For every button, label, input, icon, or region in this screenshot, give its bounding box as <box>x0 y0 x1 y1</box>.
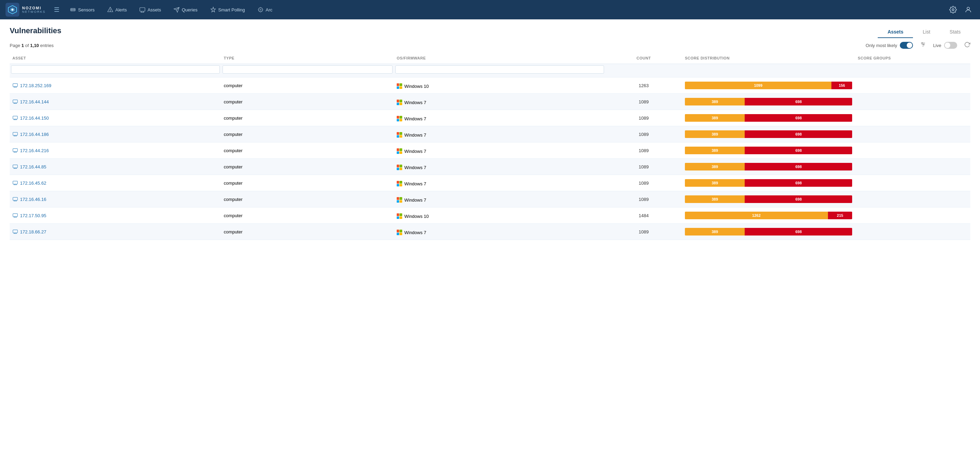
score-distribution: 389 698 <box>682 110 855 126</box>
svg-rect-66 <box>13 230 17 233</box>
asset-type: computer <box>221 94 394 110</box>
score-bar: 389 698 <box>685 179 852 187</box>
nav-sensors[interactable]: Sensors <box>65 5 100 15</box>
asset-link[interactable]: 172.18.252.169 <box>13 83 218 88</box>
score-groups <box>855 126 970 142</box>
svg-rect-42 <box>13 133 17 136</box>
svg-point-23 <box>952 9 954 11</box>
navigation: NOZOMI NETWORKS ☰ Sensors Alerts <box>0 0 980 19</box>
os-name: Windows 7 <box>404 100 426 105</box>
vuln-count: 1089 <box>605 159 682 175</box>
col-header-asset: ASSET <box>10 53 221 64</box>
queries-icon <box>173 6 180 13</box>
score-distribution: 389 698 <box>682 94 855 110</box>
score-seg-red: 698 <box>745 114 852 122</box>
nav-smart-polling[interactable]: Smart Polling <box>205 5 250 15</box>
table-row: 172.16.44.186 computer Windows 7 1089 38… <box>10 126 970 142</box>
asset-ip: 172.17.50.95 <box>20 213 46 218</box>
asset-link[interactable]: 172.17.50.95 <box>13 213 218 218</box>
asset-link[interactable]: 172.16.45.62 <box>13 180 218 186</box>
score-seg-red: 698 <box>745 179 852 187</box>
asset-link[interactable]: 172.16.44.85 <box>13 164 218 169</box>
live-toggle[interactable] <box>944 42 957 49</box>
computer-icon <box>13 229 18 235</box>
nav-alerts[interactable]: Alerts <box>102 5 132 15</box>
nav-arc[interactable]: Arc <box>253 5 277 15</box>
score-bar: 1262 215 <box>685 212 852 219</box>
os-name: Windows 7 <box>404 165 426 170</box>
total-count: 1,10 <box>30 43 39 48</box>
smart-polling-icon <box>210 6 216 13</box>
score-distribution: 389 698 <box>682 175 855 191</box>
vuln-count: 1089 <box>605 224 682 240</box>
tab-stats[interactable]: Stats <box>940 26 970 38</box>
svg-marker-16 <box>211 7 216 12</box>
asset-link[interactable]: 172.16.46.16 <box>13 196 218 202</box>
asset-type: computer <box>221 126 394 142</box>
svg-rect-10 <box>140 8 145 11</box>
live-label: Live <box>933 43 941 48</box>
os-name: Windows 7 <box>404 181 426 187</box>
vuln-count: 1089 <box>605 142 682 159</box>
svg-rect-34 <box>13 100 17 103</box>
asset-filter-input[interactable] <box>11 65 220 73</box>
vuln-count: 1089 <box>605 126 682 142</box>
table-row: 172.16.44.216 computer Windows 7 1089 38… <box>10 142 970 159</box>
asset-type: computer <box>221 110 394 126</box>
page-title: Vulnerabilities <box>10 26 62 35</box>
asset-os: Windows 7 <box>394 224 605 240</box>
page-prefix: Page <box>10 43 21 48</box>
only-most-likely-toggle[interactable] <box>900 42 913 49</box>
asset-ip: 172.16.45.62 <box>20 180 46 186</box>
user-button[interactable] <box>962 3 974 16</box>
os-name: Windows 7 <box>404 198 426 203</box>
asset-link[interactable]: 172.16.44.144 <box>13 99 218 104</box>
asset-ip: 172.16.44.85 <box>20 164 46 169</box>
score-distribution: 389 698 <box>682 159 855 175</box>
nav-assets[interactable]: Assets <box>134 5 166 15</box>
windows-logo <box>397 213 402 219</box>
score-seg-orange: 389 <box>685 163 745 171</box>
nav-queries[interactable]: Queries <box>169 5 202 15</box>
col-header-score-groups: SCORE GROUPS <box>855 53 970 64</box>
asset-ip: 172.16.44.150 <box>20 115 49 121</box>
type-filter-input[interactable] <box>223 65 393 73</box>
asset-link[interactable]: 172.16.44.150 <box>13 115 218 121</box>
vuln-count: 1089 <box>605 110 682 126</box>
refresh-icon[interactable] <box>964 42 970 49</box>
filter-options-icon[interactable] <box>920 42 926 49</box>
assets-label: Assets <box>148 7 161 13</box>
score-seg-red: 215 <box>828 212 853 219</box>
asset-ip: 172.18.252.169 <box>20 83 51 88</box>
hamburger-icon[interactable]: ☰ <box>54 6 59 13</box>
asset-link[interactable]: 172.18.66.27 <box>13 229 218 235</box>
score-bar: 1099 156 <box>685 81 852 89</box>
score-seg-orange: 389 <box>685 98 745 105</box>
windows-logo <box>397 83 402 89</box>
settings-button[interactable] <box>947 3 959 16</box>
vuln-count: 1089 <box>605 191 682 208</box>
os-name: Windows 10 <box>404 214 429 219</box>
asset-type: computer <box>221 142 394 159</box>
tab-assets[interactable]: Assets <box>878 26 913 38</box>
computer-icon <box>13 196 18 202</box>
os-name: Windows 7 <box>404 116 426 121</box>
logo-text: NOZOMI NETWORKS <box>22 6 46 13</box>
os-filter-input[interactable] <box>395 65 604 73</box>
os-name: Windows 7 <box>404 133 426 137</box>
col-header-type: TYPE <box>221 53 394 64</box>
pagination-info: Page 1 of 1,10 entries <box>10 43 54 48</box>
asset-link[interactable]: 172.16.44.186 <box>13 131 218 137</box>
table-row: 172.18.66.27 computer Windows 7 1089 389… <box>10 224 970 240</box>
table-row: 172.16.44.85 computer Windows 7 1089 389… <box>10 159 970 175</box>
asset-link[interactable]: 172.16.44.216 <box>13 148 218 153</box>
score-distribution: 389 698 <box>682 191 855 208</box>
tab-list[interactable]: List <box>913 26 940 38</box>
only-most-likely-label: Only most likely <box>865 43 897 48</box>
queries-label: Queries <box>182 7 198 13</box>
score-seg-red: 698 <box>745 163 852 171</box>
svg-point-2 <box>11 9 13 11</box>
score-bar: 389 698 <box>685 228 852 235</box>
table-row: 172.16.44.144 computer Windows 7 1089 38… <box>10 94 970 110</box>
logo-box <box>6 3 19 17</box>
